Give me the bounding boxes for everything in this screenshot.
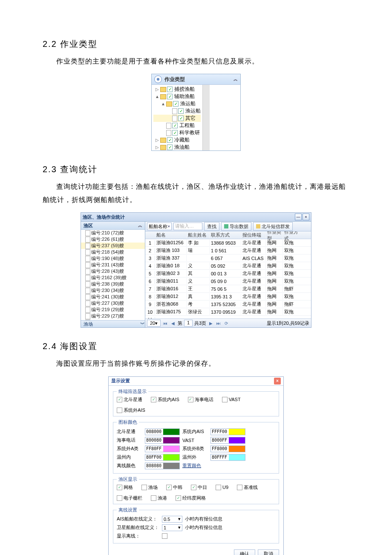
table-row[interactable]: 8浙瑞渔012 真1395 31 3北斗星通拖网双拖 (145, 293, 311, 301)
area-checkbox-item[interactable]: 渔场 (141, 484, 158, 491)
checkbox[interactable] (151, 495, 156, 501)
table-row[interactable]: 3浙瑞渔 337 6 057AIS CLAS拖网双拖 (145, 254, 311, 262)
close-icon[interactable]: × (303, 214, 309, 220)
page-input[interactable]: 1 (184, 320, 193, 327)
tree-node[interactable]: ✓科学教研 (153, 129, 201, 136)
column-header[interactable]: 船主姓名 (187, 232, 210, 238)
last-page-button[interactable]: ⏭ (216, 320, 222, 326)
tree-node[interactable]: ✓其它 (153, 115, 201, 122)
close-icon[interactable]: × (274, 378, 281, 384)
area-list-item[interactable]: 编号:230 (34)艘 (81, 287, 145, 294)
checkbox[interactable]: ✓ (117, 397, 122, 402)
checkbox[interactable] (141, 485, 147, 490)
area-checkbox-item[interactable]: ✓经纬度网格 (176, 495, 206, 501)
color-input[interactable]: 80FFFF (210, 454, 245, 461)
area-list-item[interactable]: 编号:231 (43)艘 (81, 262, 145, 268)
tree-node[interactable]: ▷✓渔油船 (153, 144, 201, 150)
area-checkbox-item[interactable]: 基准线 (237, 484, 258, 491)
checkbox[interactable]: ✓ (178, 116, 184, 121)
table-row[interactable]: 9浙苍渔068 考1375 52305北斗星通拖网拖虾 (145, 301, 311, 308)
checkbox[interactable]: ✓ (176, 495, 181, 501)
chevron-up-icon[interactable]: ︽ (233, 76, 238, 82)
checkbox[interactable]: ✓ (191, 485, 196, 490)
color-input[interactable]: FFFF00 (210, 428, 245, 435)
toggle-icon[interactable]: ▷ (155, 138, 159, 142)
area-list-item[interactable]: 编号:238 (39)艘 (81, 281, 145, 287)
scrollbar[interactable] (202, 85, 210, 150)
area-checkbox-item[interactable]: ✓网格 (117, 484, 133, 491)
prev-page-button[interactable]: ◀ (170, 320, 176, 326)
terminal-checkbox-item[interactable]: ✓北斗星通 (117, 396, 142, 403)
checkbox[interactable] (216, 485, 221, 490)
area-list-item[interactable]: 编号:2162 (39)艘 (81, 275, 145, 281)
tree-node[interactable]: ✓工程船 (153, 122, 201, 129)
area-checkbox-item[interactable]: ✓中日 (191, 484, 207, 491)
left-footer[interactable]: 渔场 ︾ (81, 320, 145, 327)
terminal-checkbox-item[interactable]: VAST (222, 396, 241, 403)
tree-header[interactable]: 作业类型 ︽ (152, 74, 240, 85)
checkbox[interactable] (222, 397, 228, 402)
stats-titlebar[interactable]: 渔区、渔场作业统计 — × (81, 213, 311, 222)
checkbox[interactable]: ✓ (166, 485, 172, 490)
color-input[interactable]: 800080 (145, 437, 180, 444)
table-row[interactable]: 6浙瑞渔011 义 05 09 0北斗星通拖网双拖 (145, 278, 311, 285)
dialog-titlebar[interactable]: 显示设置 × (109, 377, 283, 386)
color-input[interactable]: 008000 (145, 428, 180, 435)
area-checkbox-item[interactable]: 渔港 (151, 495, 167, 501)
checkbox[interactable]: ✓ (167, 145, 173, 150)
tree-node[interactable]: ▷✓捕捞渔船 (153, 86, 201, 93)
tree-node[interactable]: ▲✓辅助渔船 (153, 93, 201, 100)
toggle-icon[interactable]: ▷ (155, 145, 159, 150)
terminal-checkbox-item[interactable]: ✓海事电话 (188, 396, 213, 403)
ais-select[interactable]: 0.5▾ (162, 516, 182, 523)
column-header[interactable]: 报位终端 (241, 232, 266, 238)
color-input[interactable]: FF8000 (210, 445, 245, 452)
terminal-checkbox-item[interactable]: ✓系统内AIS (151, 396, 179, 403)
checkbox[interactable]: ✓ (172, 130, 178, 136)
column-header[interactable]: 船名 (155, 232, 187, 238)
field-select[interactable]: 船舶名称▾ (147, 223, 172, 230)
area-list-item[interactable]: 编号:190 (48)艘 (81, 255, 145, 262)
color-input[interactable]: 808080 (145, 462, 180, 469)
checkbox[interactable] (117, 408, 122, 413)
chevron-up-icon[interactable]: ︽ (138, 223, 142, 228)
area-checkbox-item[interactable]: ✓中韩 (166, 484, 182, 491)
checkbox[interactable] (117, 495, 122, 501)
left-pane-header[interactable]: 渔区 ︽ (81, 222, 145, 230)
checkbox[interactable]: ✓ (173, 101, 179, 107)
refresh-button[interactable]: ⟳ (223, 320, 229, 326)
area-list-item[interactable]: 编号:228 (43)艘 (81, 268, 145, 275)
tree-node[interactable]: ▷✓冷藏船 (153, 136, 201, 144)
tree-node[interactable]: ▲✓渔运船 (153, 100, 201, 107)
checkbox[interactable]: ✓ (167, 94, 173, 99)
search-input[interactable]: 请输入… (173, 223, 202, 230)
checkbox[interactable]: ✓ (117, 485, 122, 490)
toggle-icon[interactable]: ▲ (155, 94, 159, 99)
checkbox[interactable]: ✓ (167, 87, 173, 92)
table-row[interactable]: 2浙瑞渔 103 瑞1 0 561 北斗星通拖网双拖 (145, 247, 311, 254)
reset-color-link[interactable]: 重置颜色 (182, 462, 201, 469)
color-input[interactable]: FF80FF (145, 445, 180, 452)
chevron-down-icon[interactable]: ︾ (140, 321, 145, 327)
terminal-checkbox-item[interactable]: 系统外AIS (117, 407, 145, 413)
table-row[interactable]: 7浙瑞渔016 王 75 06 5北斗星通拖网拖虾 (145, 285, 311, 293)
area-list-item[interactable]: 编号:226 (61)艘 (81, 236, 145, 243)
pagesize-select[interactable]: 20 ▾ (147, 320, 161, 327)
checkbox[interactable]: ✓ (151, 397, 156, 402)
area-list-item[interactable]: 编号:219 (29)艘 (81, 306, 145, 313)
toggle-icon[interactable]: ▲ (161, 101, 165, 106)
table-row[interactable]: 4浙瑞渔0 18 义 05 092北斗星通拖网双拖 (145, 262, 311, 270)
table-row[interactable]: 1浙瑞渔01256李 如13868 9503北斗星通拖网双拖 (145, 239, 311, 247)
color-input[interactable]: 8000FF (210, 437, 245, 444)
area-list-item[interactable]: 编号:237 (59)艘 (81, 243, 145, 249)
ok-button[interactable]: 确认 (234, 549, 255, 555)
area-checkbox-item[interactable]: U9 (216, 484, 228, 491)
column-header[interactable]: 联系方式 (210, 232, 241, 238)
show-offline-checkbox[interactable] (162, 533, 167, 539)
next-page-button[interactable]: ▶ (208, 320, 214, 326)
area-checkbox-item[interactable]: 电子栅栏 (117, 495, 142, 501)
area-list-item[interactable]: 编号:229 (27)艘 (81, 313, 145, 319)
area-list-item[interactable]: 编号:241 (30)艘 (81, 294, 145, 300)
checkbox[interactable]: ✓ (178, 108, 184, 114)
checkbox[interactable]: ✓ (172, 123, 178, 128)
